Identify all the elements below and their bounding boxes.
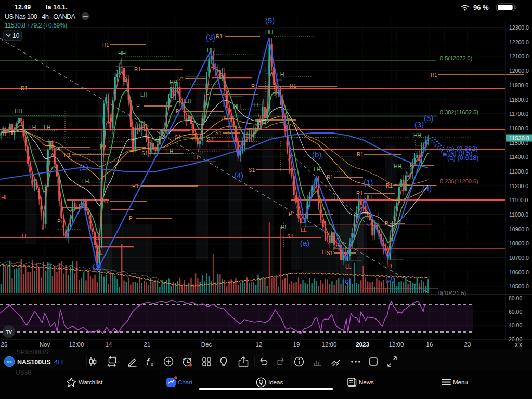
- svg-text:Menu: Menu: [453, 379, 468, 385]
- svg-text:R1: R1: [216, 34, 223, 39]
- svg-text:12: 12: [256, 341, 263, 348]
- svg-text:100: 100: [6, 360, 12, 364]
- svg-text:12100.0: 12100.0: [509, 53, 529, 59]
- svg-text:Watchlist: Watchlist: [79, 379, 103, 385]
- svg-text:12300.0: 12300.0: [509, 24, 529, 31]
- svg-text:10500.0: 10500.0: [509, 283, 529, 289]
- svg-text:HH: HH: [265, 29, 273, 35]
- svg-text:11400.0: 11400.0: [509, 154, 528, 160]
- svg-text:R1: R1: [386, 183, 393, 189]
- svg-text:12:00: 12:00: [69, 341, 84, 348]
- svg-text:R1: R1: [177, 76, 184, 82]
- svg-text:80.00: 80.00: [509, 295, 522, 301]
- svg-text:HH: HH: [394, 163, 401, 169]
- svg-text:LL: LL: [193, 154, 200, 161]
- svg-text:10: 10: [12, 32, 20, 39]
- svg-text:12:00: 12:00: [322, 341, 337, 348]
- svg-text:4H: 4H: [54, 358, 63, 366]
- svg-text:(4): (4): [234, 171, 243, 180]
- svg-text:11300.0: 11300.0: [509, 168, 528, 175]
- svg-text:LH: LH: [166, 148, 173, 154]
- svg-text:Chart: Chart: [178, 379, 193, 385]
- svg-text:(b): (b): [312, 150, 321, 159]
- svg-text:10600.0: 10600.0: [509, 269, 529, 275]
- svg-text:LH: LH: [82, 178, 89, 184]
- svg-text:12200.0: 12200.0: [509, 39, 529, 45]
- svg-text:23: 23: [464, 341, 471, 348]
- svg-text:LH: LH: [314, 166, 320, 172]
- svg-text:R1: R1: [132, 183, 139, 189]
- svg-text:NAS100US: NAS100US: [17, 358, 51, 366]
- svg-text:S1: S1: [249, 167, 255, 173]
- svg-text:(4): (4): [422, 184, 432, 193]
- svg-text:12000.0: 12000.0: [509, 68, 529, 74]
- svg-text:25: 25: [1, 341, 8, 348]
- svg-text:11530.8 +79.2 (+0.69%): 11530.8 +79.2 (+0.69%): [5, 22, 67, 29]
- svg-text:11600.0: 11600.0: [509, 125, 528, 131]
- svg-text:(3): (3): [414, 120, 424, 129]
- svg-text:HL: HL: [1, 194, 8, 201]
- svg-text:(a) (0.618): (a) (0.618): [447, 154, 479, 162]
- svg-text:LH: LH: [140, 91, 147, 98]
- svg-text:21: 21: [144, 341, 151, 348]
- svg-text:40.00: 40.00: [509, 322, 522, 328]
- svg-text:11900.0: 11900.0: [509, 82, 528, 88]
- svg-text:HH: HH: [118, 50, 126, 56]
- svg-text:11000.0: 11000.0: [509, 211, 528, 218]
- svg-text:(1): (1): [79, 163, 88, 171]
- svg-text:12.49: 12.49: [15, 4, 31, 11]
- svg-text:la 14.1.: la 14.1.: [46, 4, 68, 11]
- svg-text:LL: LL: [387, 263, 394, 269]
- svg-text:60.00: 60.00: [509, 309, 522, 315]
- svg-text:(c): (c): [342, 276, 352, 285]
- svg-text:(1): (1): [364, 178, 373, 187]
- svg-text:R1: R1: [356, 191, 363, 196]
- svg-text:(5): (5): [424, 114, 433, 123]
- svg-text:0(10421.5): 0(10421.5): [438, 290, 466, 296]
- svg-text:S1: S1: [141, 151, 148, 156]
- svg-text:R1: R1: [431, 72, 437, 78]
- svg-text:P: P: [289, 211, 292, 217]
- svg-text:LL: LL: [301, 227, 307, 233]
- svg-text:10900.0: 10900.0: [509, 226, 529, 232]
- svg-text:LH: LH: [44, 124, 50, 130]
- svg-text:R1: R1: [134, 66, 141, 72]
- svg-text:14: 14: [106, 341, 112, 348]
- svg-text:SPX500US: SPX500US: [17, 349, 48, 356]
- svg-text:Nov: Nov: [40, 341, 50, 348]
- svg-text:Dec: Dec: [201, 341, 212, 348]
- svg-text:x: x: [151, 362, 153, 367]
- svg-text:LL: LL: [345, 263, 352, 270]
- svg-text:Ideas: Ideas: [268, 379, 283, 385]
- svg-text:TV: TV: [6, 329, 12, 335]
- svg-text:10700.0: 10700.0: [509, 255, 529, 261]
- svg-text:S1: S1: [287, 234, 294, 240]
- svg-text:(3): (3): [206, 33, 215, 42]
- svg-text:LH: LH: [29, 124, 36, 130]
- svg-text:0.5(12072.0): 0.5(12072.0): [440, 55, 472, 61]
- svg-text:HH: HH: [15, 108, 22, 114]
- svg-text:LL: LL: [322, 249, 328, 255]
- svg-text:16: 16: [426, 341, 433, 348]
- svg-text:R1: R1: [102, 42, 109, 48]
- svg-text:HH: HH: [413, 132, 421, 138]
- svg-text:R1: R1: [327, 175, 333, 180]
- svg-text:96 %: 96 %: [473, 4, 489, 11]
- svg-text:LL: LL: [22, 233, 28, 240]
- svg-text:US Nas 100 · 4h · OANDA: US Nas 100 · 4h · OANDA: [5, 12, 76, 20]
- svg-text:0.236(11200.6): 0.236(11200.6): [440, 178, 478, 184]
- svg-text:12:00: 12:00: [389, 341, 404, 348]
- svg-text:0.382(11682.5): 0.382(11682.5): [440, 109, 478, 115]
- svg-text:(2): (2): [93, 262, 102, 271]
- svg-text:R1: R1: [21, 86, 28, 91]
- svg-text:P: P: [136, 103, 140, 109]
- svg-text:LH: LH: [277, 71, 284, 77]
- svg-text:News: News: [359, 379, 374, 385]
- svg-text:P: P: [57, 219, 61, 224]
- svg-text:11530.8: 11530.8: [509, 135, 529, 141]
- svg-text:US30: US30: [16, 369, 31, 376]
- svg-text:(5): (5): [265, 16, 275, 25]
- svg-text:R1: R1: [290, 83, 296, 89]
- svg-text:S1: S1: [207, 137, 214, 142]
- svg-text:20.00: 20.00: [509, 336, 522, 342]
